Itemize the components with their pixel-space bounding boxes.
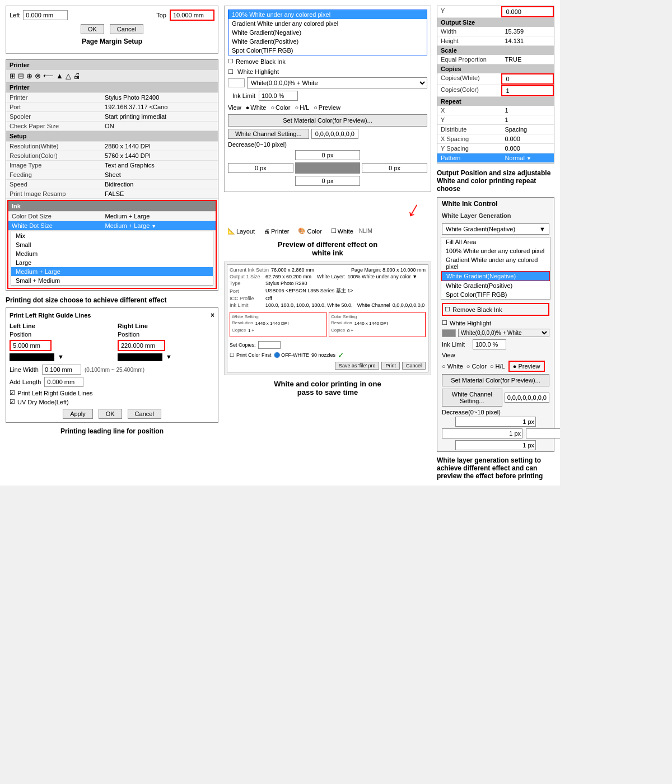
ss-cancel-button[interactable]: Cancel <box>402 362 426 370</box>
view-hl-radio[interactable]: ○ <box>295 104 298 111</box>
ink-limit-input[interactable] <box>259 91 298 101</box>
dropdown-item-small-medium[interactable]: Small + Medium <box>11 276 213 285</box>
tool-icon-5[interactable]: ⟵ <box>43 72 54 80</box>
left-position-input[interactable] <box>10 340 52 351</box>
wic-item-gradient[interactable]: Gradient White under any colored pixel <box>441 255 550 271</box>
right-val-x: 1 <box>501 106 554 115</box>
wic-pixel-right[interactable] <box>526 428 560 438</box>
wic-item-spot[interactable]: Spot Color(TIFF RGB) <box>441 290 550 299</box>
pixel-grid-mid <box>228 162 427 174</box>
add-length-input[interactable] <box>44 377 83 387</box>
wic-white-highlight-checkbox[interactable]: ☐ <box>442 319 447 326</box>
wl-option-1[interactable]: 100% White under any colored pixel <box>228 10 427 19</box>
tab-layout[interactable]: 📐 Layout <box>224 226 258 236</box>
tab-printer[interactable]: 🖨 Printer <box>260 227 292 236</box>
guide-desc: Printing leading line for position <box>6 427 218 435</box>
wl-option-5[interactable]: Spot Color(TIFF RGB) <box>228 46 427 55</box>
wic-white-swatch <box>442 329 456 337</box>
dropdown-item-medium[interactable]: Medium <box>11 249 213 258</box>
wic-item-fill-all[interactable]: Fill All Area <box>441 237 550 246</box>
wl-option-3[interactable]: White Gradient(Negative) <box>228 28 427 37</box>
page-wrapper: Left Top OK Cancel Page Margin Setup Pri… <box>0 0 560 486</box>
wl-option-2[interactable]: Gradient White under any colored pixel <box>228 19 427 28</box>
right-position-input[interactable] <box>118 340 165 351</box>
dropdown-item-large[interactable]: Large <box>11 258 213 267</box>
right-swatch-arrow[interactable]: ▼ <box>166 353 172 360</box>
right-row-x: X 1 <box>437 106 554 115</box>
pixel-left-input[interactable] <box>228 163 293 173</box>
wic-view-hl-option[interactable]: ○ H/L <box>490 363 505 370</box>
wlg-dropdown-btn[interactable]: White Gradient(Negative) ▼ <box>442 223 549 235</box>
tool-icon-6[interactable]: ▲ <box>56 72 63 80</box>
pixel-top-input[interactable] <box>295 150 361 160</box>
ss-row-5: ICC Profile Off <box>230 296 426 301</box>
white-highlight-checkbox[interactable]: ☐ <box>228 68 234 75</box>
wic-channel-button[interactable]: White Channel Setting... <box>442 389 502 407</box>
view-preview-radio[interactable]: ○ <box>314 104 318 111</box>
tab-color[interactable]: 🎨 Color <box>295 226 325 236</box>
wic-item-100-white[interactable]: 100% White under any colored pixel <box>441 246 550 255</box>
wic-pixel-left[interactable] <box>442 428 522 438</box>
wic-view-white-option[interactable]: ○ White <box>442 363 463 370</box>
tool-icon-8[interactable]: 🖨 <box>73 72 81 80</box>
view-preview-option[interactable]: ○ Preview <box>314 104 340 111</box>
wic-view-color-option[interactable]: ○ Color <box>466 363 487 370</box>
left-swatch-arrow[interactable]: ▼ <box>58 353 64 360</box>
tab-white[interactable]: ☐ White <box>328 226 357 236</box>
tool-icon-2[interactable]: ⊟ <box>18 72 24 80</box>
pixel-right-input[interactable] <box>362 163 427 173</box>
margin-cancel-button[interactable]: Cancel <box>110 24 143 34</box>
guide-cancel-button[interactable]: Cancel <box>128 409 161 419</box>
left-input[interactable] <box>23 10 68 20</box>
tool-icon-7[interactable]: △ <box>66 72 71 80</box>
top-input[interactable] <box>170 10 214 21</box>
right-val-x-spacing: 0.000 <box>501 134 554 143</box>
guide-ok-button[interactable]: OK <box>99 409 122 419</box>
wic-remove-black-checkbox[interactable]: ☐ <box>445 306 450 313</box>
margin-ok-button[interactable]: OK <box>81 24 104 34</box>
view-white-option[interactable]: ● White <box>246 104 267 111</box>
wic-set-material-button[interactable]: Set Material Color(for Preview)... <box>442 374 549 386</box>
wlg-chevron-icon: ▼ <box>539 226 545 232</box>
checkbox-guide-icon[interactable]: ☑ <box>10 389 15 396</box>
remove-black-checkbox[interactable]: ☐ <box>228 58 234 65</box>
wic-item-negative[interactable]: White Gradient(Negative) <box>441 271 550 281</box>
dropdown-item-mix[interactable]: Mix <box>11 231 213 240</box>
dropdown-item-small[interactable]: Small <box>11 240 213 249</box>
tool-icon-1[interactable]: ⊞ <box>10 72 16 80</box>
white-channel-button[interactable]: White Channel Setting... <box>228 129 309 139</box>
pixel-bottom-input[interactable] <box>295 176 361 186</box>
remove-black-ink-row: ☐ Remove Black Ink <box>228 58 427 65</box>
wic-white-val-select[interactable]: White(0,0,0,0)% + White <box>458 329 549 337</box>
line-width-input[interactable] <box>42 365 81 375</box>
right-swatch-row: ▼ <box>118 353 214 361</box>
ss-cs-copies: Copies 0 ÷ <box>331 328 423 334</box>
tool-icon-3[interactable]: ⊕ <box>26 72 32 80</box>
view-color-radio[interactable]: ○ <box>270 104 274 111</box>
printer-icon: 🖨 <box>264 228 270 235</box>
wic-pixel-top[interactable] <box>455 417 536 427</box>
wic-pixel-bottom[interactable] <box>455 440 536 450</box>
wic-item-positive[interactable]: White Gradient(Positive) <box>441 281 550 290</box>
wic-ink-limit-input[interactable] <box>473 339 506 349</box>
checkbox-uv-icon[interactable]: ☑ <box>10 398 15 405</box>
ss-save-button[interactable]: Save as 'file' pro <box>335 362 379 370</box>
right-val-copies-white: 0 <box>501 73 554 85</box>
guide-lines-close[interactable]: × <box>211 311 214 319</box>
wic-white-highlight-label: White Highlight <box>450 320 491 326</box>
ss-print-color-first-checkbox[interactable]: ☐ <box>230 352 234 358</box>
guide-apply-button[interactable]: Apply <box>63 409 93 419</box>
tool-icon-4[interactable]: ⊗ <box>35 72 41 80</box>
wic-view-preview-option[interactable]: ● Preview <box>508 361 545 372</box>
view-color-option[interactable]: ○ Color <box>270 104 290 111</box>
view-white-radio[interactable]: ● <box>246 104 250 111</box>
ss-print-button[interactable]: Print <box>381 362 400 370</box>
view-hl-option[interactable]: ○ H/L <box>295 104 309 111</box>
set-material-button[interactable]: Set Material Color(for Preview)... <box>228 114 427 127</box>
guide-btn-row: Apply OK Cancel <box>10 409 214 419</box>
dropdown-item-medium-large[interactable]: Medium + Large <box>11 267 213 276</box>
ss-copies-input[interactable] <box>258 341 281 349</box>
white-value-select[interactable]: White(0,0,0,0)% + White <box>247 77 427 88</box>
ss-row-copies: Set Copies: <box>230 341 426 349</box>
wl-option-4[interactable]: White Gradient(Positive) <box>228 37 427 46</box>
